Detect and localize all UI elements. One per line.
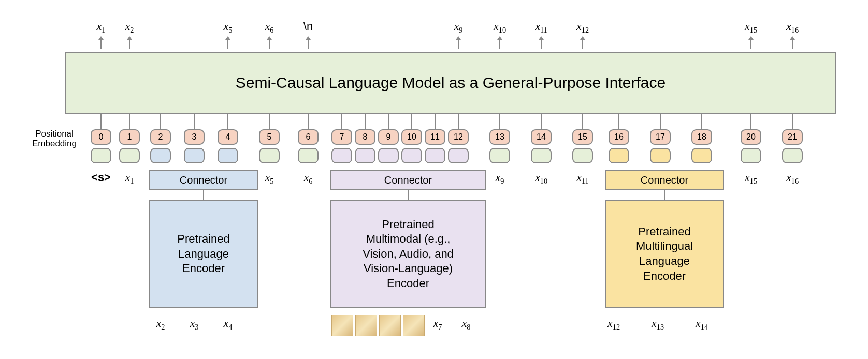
input-connector-line [582, 114, 583, 129]
input-connector-line [227, 114, 228, 129]
output-arrow-icon [582, 39, 583, 49]
encoder-input-token: x12 [601, 317, 627, 332]
output-token: x6 [259, 20, 280, 35]
positional-embedding-pill: 2 [150, 129, 171, 145]
positional-embedding-pill: 7 [331, 129, 352, 145]
output-token: x2 [119, 20, 140, 35]
input-connector-line [100, 114, 102, 129]
pretrained-multilingual-encoder: PretrainedMultilingualLanguageEncoder [605, 200, 724, 308]
token-embedding-pill [331, 148, 352, 163]
token-embedding-pill [572, 148, 593, 163]
output-token: x16 [782, 20, 803, 35]
positional-embedding-pill: 18 [691, 129, 712, 145]
encoder-input-token: x2 [148, 317, 173, 332]
input-connector-line [701, 114, 702, 129]
encoder-input-token: x7 [425, 317, 451, 332]
positional-embedding-pill: 14 [531, 129, 552, 145]
token-embedding-pill [298, 148, 319, 163]
token-embedding-pill [448, 148, 469, 163]
positional-embedding-pill: 5 [259, 129, 280, 145]
positional-embedding-pill: 10 [401, 129, 422, 145]
input-token: x15 [735, 171, 766, 186]
output-arrow-icon [541, 39, 542, 49]
positional-embedding-pill: 1 [119, 129, 140, 145]
output-token: x9 [448, 20, 469, 35]
output-token: x11 [531, 20, 552, 35]
image-thumbnail [379, 315, 401, 336]
image-thumbnail [403, 315, 425, 336]
positional-embedding-pill: 8 [355, 129, 375, 145]
encoder-input-token: x8 [453, 317, 479, 332]
input-token: x11 [567, 171, 598, 186]
positional-embedding-pill: 6 [298, 129, 319, 145]
input-token: x1 [114, 171, 145, 186]
output-arrow-icon [227, 39, 228, 49]
positional-embedding-pill: 11 [425, 129, 445, 145]
token-embedding-pill [691, 148, 712, 163]
input-connector-line [308, 114, 309, 129]
positional-embedding-label: Positional Embedding [26, 129, 83, 148]
token-embedding-pill [184, 148, 205, 163]
token-embedding-pill [150, 148, 171, 163]
token-embedding-pill [425, 148, 445, 163]
main-box-title: Semi-Causal Language Model as a General-… [236, 74, 666, 92]
output-token: x15 [741, 20, 761, 35]
input-connector-line [541, 114, 542, 129]
encoder-input-token: x14 [689, 317, 715, 332]
positional-embedding-pill: 9 [378, 129, 399, 145]
input-connector-line [388, 114, 389, 129]
token-embedding-pill [355, 148, 375, 163]
positional-embedding-pill: 20 [741, 129, 761, 145]
input-token: x5 [254, 171, 285, 186]
positional-embedding-pill: 15 [572, 129, 593, 145]
token-embedding-pill [378, 148, 399, 163]
input-connector-line [660, 114, 661, 129]
output-arrow-icon [308, 39, 309, 49]
input-connector-line [269, 114, 270, 129]
positional-embedding-pill: 16 [609, 129, 629, 145]
input-connector-line [194, 114, 195, 129]
encoder-input-token: x4 [215, 317, 241, 332]
positional-embedding-pill: 4 [218, 129, 238, 145]
connector-label: Connector [384, 174, 432, 186]
token-embedding-pill [119, 148, 140, 163]
output-arrow-icon [792, 39, 793, 49]
positional-embedding-pill: 13 [489, 129, 510, 145]
input-connector-line [792, 114, 793, 129]
connector-language: Connector [149, 170, 258, 190]
positional-embedding-pill: 0 [91, 129, 111, 145]
encoder-input-token: x13 [645, 317, 671, 332]
pretrained-multimodal-encoder: PretrainedMultimodal (e.g.,Vision, Audio… [330, 200, 486, 308]
token-embedding-pill [91, 148, 111, 163]
image-thumbnail [355, 315, 377, 336]
output-arrow-icon [100, 39, 102, 49]
token-embedding-pill [489, 148, 510, 163]
input-token: x10 [526, 171, 557, 186]
input-connector-line [618, 114, 619, 129]
token-embedding-pill [609, 148, 629, 163]
input-connector-line [499, 114, 500, 129]
output-token: x12 [572, 20, 593, 35]
input-token: <s> [85, 171, 117, 184]
input-connector-line [458, 114, 459, 129]
token-embedding-pill [218, 148, 238, 163]
output-arrow-icon [129, 39, 130, 49]
input-connector-line [129, 114, 130, 129]
input-token: x9 [484, 171, 515, 186]
token-embedding-pill [741, 148, 761, 163]
output-token: x5 [218, 20, 238, 35]
input-token: x16 [777, 171, 808, 186]
token-embedding-pill [401, 148, 422, 163]
image-thumbnail [331, 315, 353, 336]
token-embedding-pill [259, 148, 280, 163]
connector-line [408, 190, 409, 200]
positional-embedding-pill: 3 [184, 129, 205, 145]
output-arrow-icon [269, 39, 270, 49]
encoder-input-token: x3 [181, 317, 207, 332]
input-connector-line [341, 114, 342, 129]
connector-multimodal: Connector [330, 170, 486, 190]
connector-label: Connector [641, 174, 688, 186]
connector-multilingual: Connector [605, 170, 724, 190]
connector-line [664, 190, 665, 200]
encoder-label: PretrainedLanguageEncoder [177, 232, 230, 276]
